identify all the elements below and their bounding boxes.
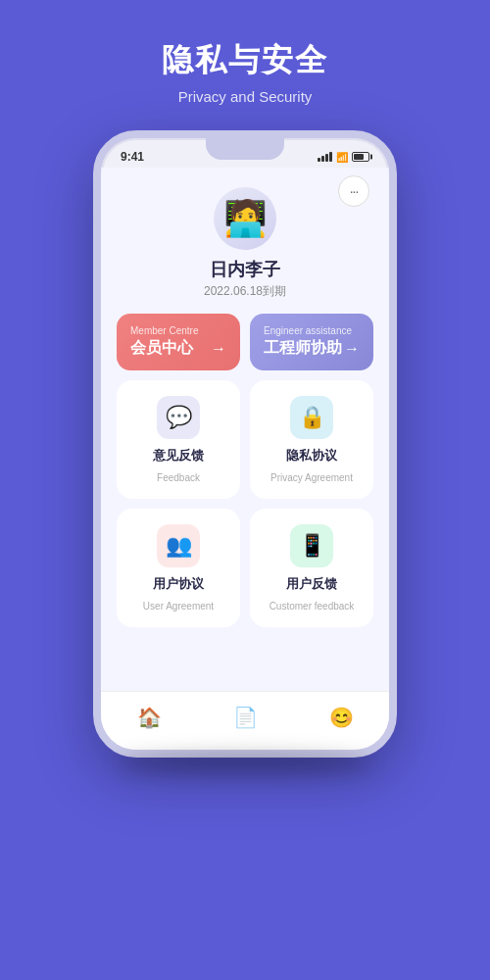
grid-card-customer-feedback-icon[interactable]: 📱 用户反馈 Customer feedback	[250, 509, 373, 627]
nav-icon-document: 📄	[233, 706, 258, 729]
grid-card-label-en-3: Customer feedback	[270, 601, 355, 612]
page-header: 隐私与安全 Privacy and Security	[162, 0, 328, 105]
wifi-icon: 📶	[336, 152, 348, 163]
member-small-label: Member Centre	[130, 325, 226, 336]
page-subtitle: Privacy and Security	[162, 88, 328, 105]
nav-icon-profile: 😊	[329, 706, 354, 729]
member-arrow-icon: →	[211, 340, 226, 358]
bottom-nav: 🏠 📄 😊	[101, 691, 389, 750]
feedback-icon: 💬	[157, 396, 200, 439]
grid-card-privacy-icon[interactable]: 🔒 隐私协议 Privacy Agreement	[250, 380, 373, 499]
grid-card-feedback-icon[interactable]: 💬 意见反馈 Feedback	[117, 380, 240, 499]
status-icons: 📶	[318, 152, 369, 163]
grid-card-label-en-0: Feedback	[157, 472, 200, 483]
phone-shadow	[118, 754, 372, 773]
engineer-main-label: 工程师协助 →	[264, 338, 360, 359]
user-agreement-icon: 👥	[157, 524, 200, 567]
grid-card-user-agreement-icon[interactable]: 👥 用户协议 User Agreement	[117, 509, 240, 627]
status-time: 9:41	[121, 150, 144, 164]
customer-feedback-icon: 📱	[290, 524, 333, 567]
more-dots-icon: ···	[350, 183, 359, 199]
avatar: 🧑‍💻	[214, 187, 276, 250]
grid-card-label-en-1: Privacy Agreement	[270, 472, 353, 483]
nav-item-home[interactable]: 🏠	[122, 702, 177, 733]
phone-frame: 9:41 📶 ··· 🧑‍💻 日内李子 2022.06.18到	[93, 130, 397, 758]
phone-notch	[206, 138, 284, 160]
user-expiry: 2022.06.18到期	[204, 283, 286, 300]
member-centre-card[interactable]: Member Centre 会员中心 →	[117, 314, 240, 370]
nav-item-document[interactable]: 📄	[218, 702, 273, 733]
engineer-small-label: Engineer assistance	[264, 325, 360, 336]
grid-card-label-cn-2: 用户协议	[153, 575, 204, 593]
signal-icon	[318, 152, 332, 162]
grid-card-label-cn-0: 意见反馈	[153, 447, 204, 465]
engineer-assistance-card[interactable]: Engineer assistance 工程师协助 →	[250, 314, 373, 370]
member-main-label: 会员中心 →	[130, 338, 226, 359]
nav-icon-home: 🏠	[137, 706, 162, 729]
avatar-emoji: 🧑‍💻	[223, 198, 268, 239]
engineer-arrow-icon: →	[344, 340, 360, 358]
grid-card-label-en-2: User Agreement	[143, 601, 214, 612]
grid-cards: 💬 意见反馈 Feedback 🔒 隐私协议 Privacy Agreement…	[117, 380, 373, 627]
battery-icon	[352, 152, 369, 162]
privacy-icon: 🔒	[290, 396, 333, 439]
more-button[interactable]: ···	[338, 175, 369, 207]
grid-card-label-cn-3: 用户反馈	[286, 575, 337, 593]
page-title: 隐私与安全	[162, 39, 328, 82]
avatar-section: 🧑‍💻 日内李子 2022.06.18到期	[117, 172, 373, 300]
nav-item-profile[interactable]: 😊	[314, 702, 369, 733]
grid-card-label-cn-1: 隐私协议	[286, 447, 337, 465]
action-cards-row: Member Centre 会员中心 → Engineer assistance…	[117, 314, 373, 370]
user-name: 日内李子	[210, 258, 280, 281]
phone-content: ··· 🧑‍💻 日内李子 2022.06.18到期 Member Centre …	[101, 168, 389, 750]
